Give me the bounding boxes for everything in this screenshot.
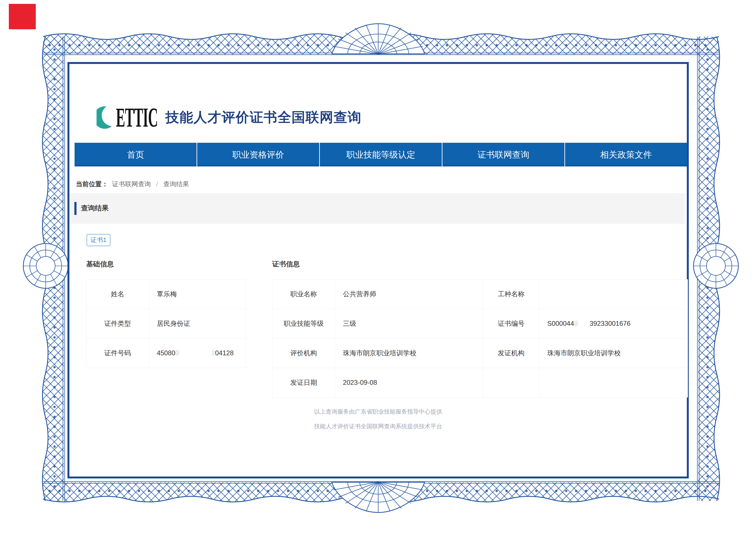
left-rosette-ornament [23,243,68,288]
breadcrumb-link-cert-query[interactable]: 证书联网查询 [112,180,151,188]
section-title: 查询结果 [81,203,109,213]
nav-item-cert-query[interactable]: 证书联网查询 [442,143,564,166]
field-label: 证书编号 [483,309,539,339]
main-nav: 首页 职业资格评价 职业技能等级认定 证书联网查询 相关政策文件 [74,143,687,166]
ettic-crescent-icon [96,103,115,132]
field-label: 证件号码 [86,339,149,368]
section-header: 查询结果 [69,193,685,224]
nav-item-home[interactable]: 首页 [74,143,197,166]
field-label: 证件类型 [86,309,149,339]
basic-info-table: 姓名 覃乐梅 证件类型 居民身份证 证件号码 450800204128 [86,279,246,368]
site-logo: ETTIC 技能人才评价证书全国联网查询 [96,100,362,135]
breadcrumb-label: 当前位置： [76,180,108,188]
table-row: 职业技能等级 三级 证书编号 S000044039233001676 [272,309,688,339]
page-panel: ETTIC 技能人才评价证书全国联网查询 首页 职业资格评价 职业技能等级认定 … [68,62,689,478]
masked-digits: 0 [574,320,578,327]
field-value: 三级 [335,309,483,339]
field-value: 居民身份证 [149,309,246,339]
section-accent-bar [74,202,76,215]
field-value: 珠海市朗京职业培训学校 [335,339,483,368]
field-label: 评价机构 [272,339,335,368]
masked-digits: 0 [176,349,179,357]
field-value [539,368,688,397]
field-value: 2023-09-08 [335,368,483,397]
basic-info-title: 基础信息 [86,260,114,269]
field-label: 工种名称 [483,279,539,309]
cert-tab-button[interactable]: 证书1 [87,234,110,246]
table-row: 发证日期 2023-09-08 [272,368,688,397]
field-value-cert-number: S000044039233001676 [539,309,688,339]
bottom-fan-ornament [332,482,424,513]
page-root: { "header": { "logo_text": "ETTIC", "sit… [0,0,756,534]
field-value [539,279,688,309]
red-marker [9,4,36,29]
right-rosette-ornament [693,243,738,288]
field-value-id-number: 450800204128 [149,339,246,368]
footer-provider-line: 以上查询服务由广东省职业技能服务指导中心提供 [69,408,687,416]
field-label: 发证机构 [483,339,539,368]
field-value: 珠海市朗京职业培训学校 [539,339,688,368]
table-row: 职业名称 公共营养师 工种名称 [272,279,688,309]
breadcrumb-separator: / [156,180,158,188]
top-fan-ornament [332,24,424,54]
masked-digits: 2 [211,349,215,357]
table-row: 姓名 覃乐梅 [86,279,246,309]
field-label: 姓名 [86,279,149,309]
footer-platform-line: 技能人才评价证书全国联网查询系统提供技术平台 [69,422,687,430]
site-title: 技能人才评价证书全国联网查询 [166,108,362,127]
nav-item-qualification-eval[interactable]: 职业资格评价 [197,143,319,166]
field-label [483,368,539,397]
table-row: 评价机构 珠海市朗京职业培训学校 发证机构 珠海市朗京职业培训学校 [272,339,688,368]
field-value: 覃乐梅 [149,279,246,309]
field-label: 职业名称 [272,279,335,309]
table-row: 证件号码 450800204128 [86,339,246,368]
cert-info-title: 证书信息 [272,260,300,269]
field-label: 职业技能等级 [272,309,335,339]
cert-info-table: 职业名称 公共营养师 工种名称 职业技能等级 三级 证书编号 S00004403… [272,279,688,397]
logo-text: ETTIC [116,104,159,131]
field-label: 发证日期 [272,368,335,397]
breadcrumb: 当前位置： 证书联网查询 / 查询结果 [76,180,189,189]
breadcrumb-current: 查询结果 [163,180,189,188]
field-value: 公共营养师 [335,279,483,309]
table-row: 证件类型 居民身份证 [86,309,246,339]
nav-item-policy-docs[interactable]: 相关政策文件 [564,143,687,166]
nav-item-skill-level[interactable]: 职业技能等级认定 [319,143,442,166]
